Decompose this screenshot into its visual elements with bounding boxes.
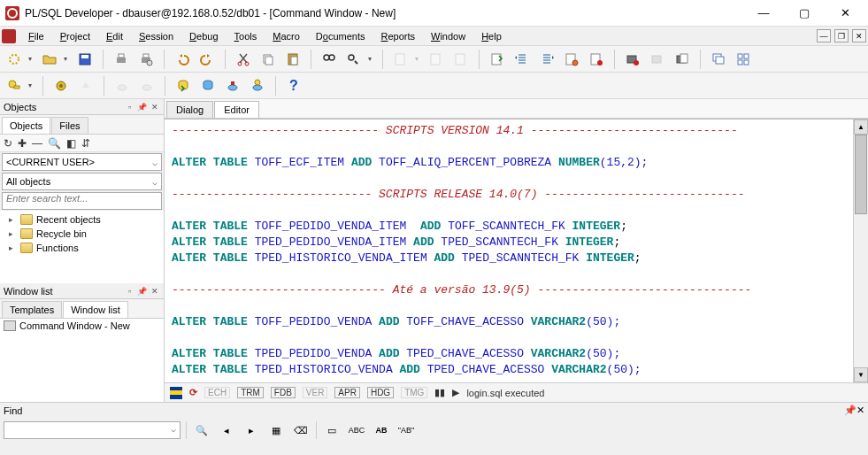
query-builder-button[interactable] (426, 49, 447, 70)
maximize-button[interactable]: ▢ (785, 1, 824, 26)
mdi-minimize-button[interactable]: — (817, 29, 831, 42)
user-combo[interactable]: <CURRENT USER> (2, 153, 162, 171)
filter-icon[interactable]: ◧ (66, 137, 76, 150)
menu-tools[interactable]: Tools (227, 29, 265, 43)
refresh-icon[interactable]: ⟳ (189, 387, 197, 398)
mdi-restore-button[interactable]: ❐ (834, 29, 849, 42)
find-options-icon[interactable]: ▭ (322, 421, 342, 439)
menu-project[interactable]: Project (53, 29, 97, 43)
execute-button[interactable] (487, 49, 508, 70)
menu-edit[interactable]: Edit (99, 29, 130, 43)
scroll-thumb[interactable] (855, 135, 867, 214)
scroll-up-icon[interactable]: ▲ (854, 120, 868, 135)
execute-script-button[interactable] (173, 75, 194, 96)
scroll-down-icon[interactable]: ▼ (854, 367, 868, 382)
save-button[interactable] (74, 49, 96, 70)
copy-button[interactable] (257, 49, 279, 70)
editor-tab[interactable]: Editor (214, 101, 259, 118)
find-combo[interactable] (4, 421, 181, 439)
files-tab[interactable]: Files (51, 117, 88, 134)
redo-button[interactable] (196, 49, 218, 70)
add-icon[interactable]: ✚ (18, 137, 27, 150)
text-importer-button[interactable] (561, 49, 582, 70)
tree-node[interactable]: ▸Recycle bin (0, 227, 164, 241)
find-clear-icon[interactable]: ⌫ (291, 421, 311, 439)
record-macro-button[interactable] (622, 49, 643, 70)
play-icon[interactable]: ▶ (452, 387, 459, 398)
rollback-button[interactable] (136, 75, 157, 96)
indent-right-button[interactable] (536, 49, 557, 70)
paste-button[interactable] (282, 49, 303, 70)
print-setup-button[interactable] (135, 49, 157, 70)
tile-windows-button[interactable] (733, 49, 754, 70)
panel-dropdown-icon[interactable]: ▫ (124, 101, 135, 112)
kill-button[interactable] (247, 75, 268, 96)
explain-plan-button[interactable] (390, 49, 422, 70)
cut-button[interactable] (233, 49, 254, 70)
menu-help[interactable]: Help (474, 29, 509, 43)
menu-session[interactable]: Session (132, 29, 181, 43)
find-case-icon[interactable]: ABC (347, 421, 366, 439)
logon-button[interactable] (4, 75, 35, 96)
panel-dropdown-icon[interactable]: ▫ (124, 285, 135, 297)
tree-node[interactable]: ▸Recent objects (0, 212, 164, 227)
find-next-icon[interactable]: ▸ (242, 421, 261, 439)
find-button[interactable] (319, 49, 340, 70)
find-word-icon[interactable]: AB (372, 421, 391, 439)
print-button[interactable] (111, 49, 132, 70)
panel-pin-icon[interactable]: 📌 (844, 405, 856, 416)
search-input[interactable] (2, 192, 162, 210)
indent-left-button[interactable] (511, 49, 533, 70)
panel-pin-icon[interactable]: 📌 (136, 101, 148, 112)
cascade-windows-button[interactable] (708, 49, 729, 70)
sql-editor[interactable]: ------------------------------ SCRIPTS V… (165, 120, 853, 382)
panel-close-icon[interactable]: ✕ (149, 285, 160, 297)
mdi-close-button[interactable]: ✕ (852, 29, 866, 42)
panel-close-icon[interactable]: ✕ (856, 405, 864, 416)
find-next-button[interactable] (343, 49, 375, 70)
find-prev-icon[interactable]: ◂ (217, 421, 236, 439)
find-regex-icon[interactable]: "AB" (396, 421, 416, 439)
pause-icon[interactable]: ▮▮ (434, 387, 445, 398)
remove-icon[interactable]: — (32, 137, 42, 150)
macro-library-button[interactable] (672, 49, 693, 70)
help-button[interactable]: ? (283, 75, 304, 96)
windowlist-item[interactable]: Command Window - New (0, 319, 164, 333)
open-button[interactable] (39, 49, 71, 70)
svg-rect-3 (117, 58, 126, 63)
find-binoculars-icon[interactable]: 🔍 (192, 421, 211, 439)
compile-button[interactable] (50, 75, 72, 96)
new-button[interactable] (4, 49, 35, 70)
menu-debug[interactable]: Debug (182, 29, 225, 43)
tree-node[interactable]: ▸Functions (0, 241, 164, 255)
commit-button[interactable] (111, 75, 133, 96)
panel-close-icon[interactable]: ✕ (149, 101, 160, 112)
folder-icon (20, 243, 33, 253)
compile-debug-button[interactable] (75, 75, 96, 96)
minimize-button[interactable]: — (744, 1, 783, 26)
find-highlight-icon[interactable]: ▦ (266, 421, 286, 439)
search-icon[interactable]: 🔍 (48, 137, 61, 150)
sql-button[interactable] (197, 75, 219, 96)
stop-button[interactable] (586, 49, 607, 70)
beautifier-button[interactable] (450, 49, 472, 70)
menu-file[interactable]: File (21, 29, 51, 43)
refresh-icon[interactable]: ↻ (4, 137, 12, 150)
menu-window[interactable]: Window (424, 29, 472, 43)
objects-tree[interactable]: ▸Recent objects ▸Recycle bin ▸Functions (0, 211, 164, 283)
templates-tab[interactable]: Templates (2, 301, 62, 318)
menu-documents[interactable]: Documents (309, 29, 373, 43)
undo-button[interactable] (172, 49, 193, 70)
vertical-scrollbar[interactable]: ▲ ▼ (853, 120, 868, 382)
filter-combo[interactable]: All objects (2, 173, 162, 190)
menu-macro[interactable]: Macro (265, 29, 307, 43)
menu-reports[interactable]: Reports (373, 29, 422, 43)
sort-icon[interactable]: ⇵ (81, 137, 90, 150)
close-button[interactable]: ✕ (826, 1, 864, 26)
dialog-tab[interactable]: Dialog (166, 101, 213, 118)
windowlist-tab[interactable]: Window list (63, 301, 128, 318)
panel-pin-icon[interactable]: 📌 (136, 285, 148, 297)
play-macro-button[interactable] (647, 49, 668, 70)
break-button[interactable] (222, 75, 243, 96)
objects-tab[interactable]: Objects (2, 117, 50, 134)
